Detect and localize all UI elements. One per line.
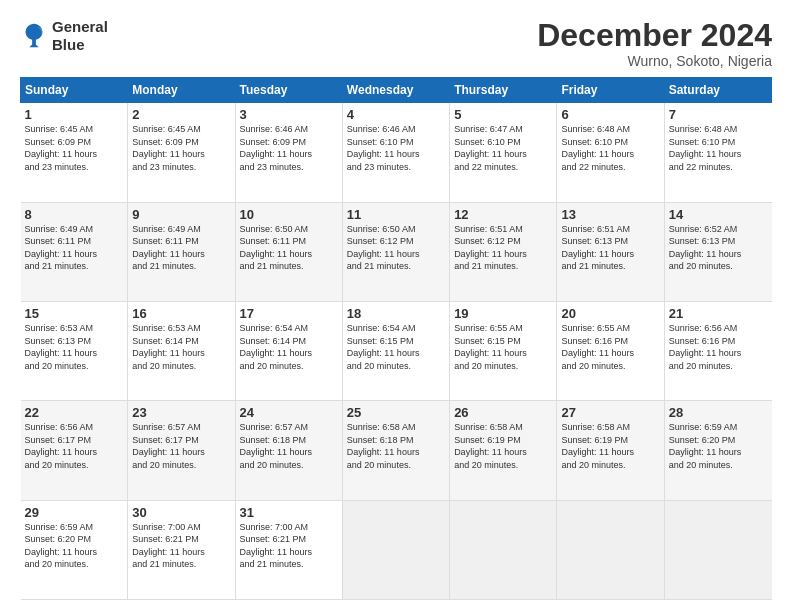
calendar-cell: 8Sunrise: 6:49 AM Sunset: 6:11 PM Daylig…	[21, 202, 128, 301]
calendar-cell: 13Sunrise: 6:51 AM Sunset: 6:13 PM Dayli…	[557, 202, 664, 301]
day-number: 15	[25, 306, 124, 321]
day-number: 8	[25, 207, 124, 222]
day-info: Sunrise: 6:46 AM Sunset: 6:10 PM Dayligh…	[347, 123, 445, 173]
weekday-header: Friday	[557, 78, 664, 103]
day-number: 14	[669, 207, 768, 222]
day-number: 4	[347, 107, 445, 122]
calendar-cell: 16Sunrise: 6:53 AM Sunset: 6:14 PM Dayli…	[128, 301, 235, 400]
weekday-header: Monday	[128, 78, 235, 103]
day-info: Sunrise: 7:00 AM Sunset: 6:21 PM Dayligh…	[132, 521, 230, 571]
calendar-cell: 18Sunrise: 6:54 AM Sunset: 6:15 PM Dayli…	[342, 301, 449, 400]
day-info: Sunrise: 6:54 AM Sunset: 6:14 PM Dayligh…	[240, 322, 338, 372]
calendar-cell: 15Sunrise: 6:53 AM Sunset: 6:13 PM Dayli…	[21, 301, 128, 400]
calendar-cell: 24Sunrise: 6:57 AM Sunset: 6:18 PM Dayli…	[235, 401, 342, 500]
day-info: Sunrise: 6:49 AM Sunset: 6:11 PM Dayligh…	[132, 223, 230, 273]
calendar-cell: 7Sunrise: 6:48 AM Sunset: 6:10 PM Daylig…	[664, 103, 771, 202]
logo: General Blue	[20, 18, 108, 54]
day-info: Sunrise: 6:48 AM Sunset: 6:10 PM Dayligh…	[561, 123, 659, 173]
calendar-week-row: 29Sunrise: 6:59 AM Sunset: 6:20 PM Dayli…	[21, 500, 772, 599]
day-info: Sunrise: 6:59 AM Sunset: 6:20 PM Dayligh…	[669, 421, 768, 471]
day-number: 30	[132, 505, 230, 520]
day-number: 5	[454, 107, 552, 122]
calendar-week-row: 1Sunrise: 6:45 AM Sunset: 6:09 PM Daylig…	[21, 103, 772, 202]
calendar-header-row: SundayMondayTuesdayWednesdayThursdayFrid…	[21, 78, 772, 103]
calendar-cell: 20Sunrise: 6:55 AM Sunset: 6:16 PM Dayli…	[557, 301, 664, 400]
calendar-cell: 17Sunrise: 6:54 AM Sunset: 6:14 PM Dayli…	[235, 301, 342, 400]
day-info: Sunrise: 6:54 AM Sunset: 6:15 PM Dayligh…	[347, 322, 445, 372]
calendar-cell: 19Sunrise: 6:55 AM Sunset: 6:15 PM Dayli…	[450, 301, 557, 400]
calendar-cell: 22Sunrise: 6:56 AM Sunset: 6:17 PM Dayli…	[21, 401, 128, 500]
day-number: 12	[454, 207, 552, 222]
day-number: 19	[454, 306, 552, 321]
day-number: 20	[561, 306, 659, 321]
day-number: 10	[240, 207, 338, 222]
calendar-week-row: 22Sunrise: 6:56 AM Sunset: 6:17 PM Dayli…	[21, 401, 772, 500]
weekday-header: Sunday	[21, 78, 128, 103]
weekday-header: Saturday	[664, 78, 771, 103]
logo-text: General Blue	[52, 18, 108, 54]
day-number: 28	[669, 405, 768, 420]
day-info: Sunrise: 6:48 AM Sunset: 6:10 PM Dayligh…	[669, 123, 768, 173]
day-info: Sunrise: 6:56 AM Sunset: 6:16 PM Dayligh…	[669, 322, 768, 372]
month-title: December 2024	[537, 18, 772, 53]
calendar-cell: 10Sunrise: 6:50 AM Sunset: 6:11 PM Dayli…	[235, 202, 342, 301]
day-number: 18	[347, 306, 445, 321]
calendar-cell: 3Sunrise: 6:46 AM Sunset: 6:09 PM Daylig…	[235, 103, 342, 202]
day-number: 25	[347, 405, 445, 420]
calendar-cell: 25Sunrise: 6:58 AM Sunset: 6:18 PM Dayli…	[342, 401, 449, 500]
weekday-header: Wednesday	[342, 78, 449, 103]
weekday-header: Thursday	[450, 78, 557, 103]
day-info: Sunrise: 6:53 AM Sunset: 6:13 PM Dayligh…	[25, 322, 124, 372]
calendar-cell: 27Sunrise: 6:58 AM Sunset: 6:19 PM Dayli…	[557, 401, 664, 500]
calendar-cell: 21Sunrise: 6:56 AM Sunset: 6:16 PM Dayli…	[664, 301, 771, 400]
page: General Blue December 2024 Wurno, Sokoto…	[0, 0, 792, 612]
day-number: 17	[240, 306, 338, 321]
day-number: 27	[561, 405, 659, 420]
calendar-cell: 31Sunrise: 7:00 AM Sunset: 6:21 PM Dayli…	[235, 500, 342, 599]
day-info: Sunrise: 6:57 AM Sunset: 6:17 PM Dayligh…	[132, 421, 230, 471]
calendar-cell: 11Sunrise: 6:50 AM Sunset: 6:12 PM Dayli…	[342, 202, 449, 301]
day-number: 3	[240, 107, 338, 122]
day-number: 13	[561, 207, 659, 222]
day-info: Sunrise: 6:52 AM Sunset: 6:13 PM Dayligh…	[669, 223, 768, 273]
day-number: 26	[454, 405, 552, 420]
calendar-cell: 12Sunrise: 6:51 AM Sunset: 6:12 PM Dayli…	[450, 202, 557, 301]
day-info: Sunrise: 6:45 AM Sunset: 6:09 PM Dayligh…	[132, 123, 230, 173]
day-number: 2	[132, 107, 230, 122]
day-number: 29	[25, 505, 124, 520]
calendar-week-row: 15Sunrise: 6:53 AM Sunset: 6:13 PM Dayli…	[21, 301, 772, 400]
calendar-cell: 2Sunrise: 6:45 AM Sunset: 6:09 PM Daylig…	[128, 103, 235, 202]
day-number: 16	[132, 306, 230, 321]
calendar-cell: 6Sunrise: 6:48 AM Sunset: 6:10 PM Daylig…	[557, 103, 664, 202]
calendar-cell: 5Sunrise: 6:47 AM Sunset: 6:10 PM Daylig…	[450, 103, 557, 202]
day-number: 23	[132, 405, 230, 420]
calendar-cell	[664, 500, 771, 599]
day-info: Sunrise: 6:50 AM Sunset: 6:11 PM Dayligh…	[240, 223, 338, 273]
title-block: December 2024 Wurno, Sokoto, Nigeria	[537, 18, 772, 69]
day-number: 31	[240, 505, 338, 520]
day-info: Sunrise: 6:58 AM Sunset: 6:19 PM Dayligh…	[561, 421, 659, 471]
calendar-cell: 30Sunrise: 7:00 AM Sunset: 6:21 PM Dayli…	[128, 500, 235, 599]
day-info: Sunrise: 6:59 AM Sunset: 6:20 PM Dayligh…	[25, 521, 124, 571]
calendar-week-row: 8Sunrise: 6:49 AM Sunset: 6:11 PM Daylig…	[21, 202, 772, 301]
day-info: Sunrise: 6:46 AM Sunset: 6:09 PM Dayligh…	[240, 123, 338, 173]
day-info: Sunrise: 6:51 AM Sunset: 6:13 PM Dayligh…	[561, 223, 659, 273]
calendar-cell: 14Sunrise: 6:52 AM Sunset: 6:13 PM Dayli…	[664, 202, 771, 301]
calendar-cell: 1Sunrise: 6:45 AM Sunset: 6:09 PM Daylig…	[21, 103, 128, 202]
day-number: 24	[240, 405, 338, 420]
day-number: 22	[25, 405, 124, 420]
calendar-cell: 4Sunrise: 6:46 AM Sunset: 6:10 PM Daylig…	[342, 103, 449, 202]
day-info: Sunrise: 6:45 AM Sunset: 6:09 PM Dayligh…	[25, 123, 124, 173]
day-info: Sunrise: 6:58 AM Sunset: 6:18 PM Dayligh…	[347, 421, 445, 471]
day-info: Sunrise: 6:55 AM Sunset: 6:16 PM Dayligh…	[561, 322, 659, 372]
calendar-cell: 29Sunrise: 6:59 AM Sunset: 6:20 PM Dayli…	[21, 500, 128, 599]
header: General Blue December 2024 Wurno, Sokoto…	[20, 18, 772, 69]
day-info: Sunrise: 6:51 AM Sunset: 6:12 PM Dayligh…	[454, 223, 552, 273]
day-info: Sunrise: 7:00 AM Sunset: 6:21 PM Dayligh…	[240, 521, 338, 571]
weekday-header: Tuesday	[235, 78, 342, 103]
calendar-cell: 26Sunrise: 6:58 AM Sunset: 6:19 PM Dayli…	[450, 401, 557, 500]
day-number: 7	[669, 107, 768, 122]
logo-icon	[20, 22, 48, 50]
day-number: 21	[669, 306, 768, 321]
day-number: 9	[132, 207, 230, 222]
